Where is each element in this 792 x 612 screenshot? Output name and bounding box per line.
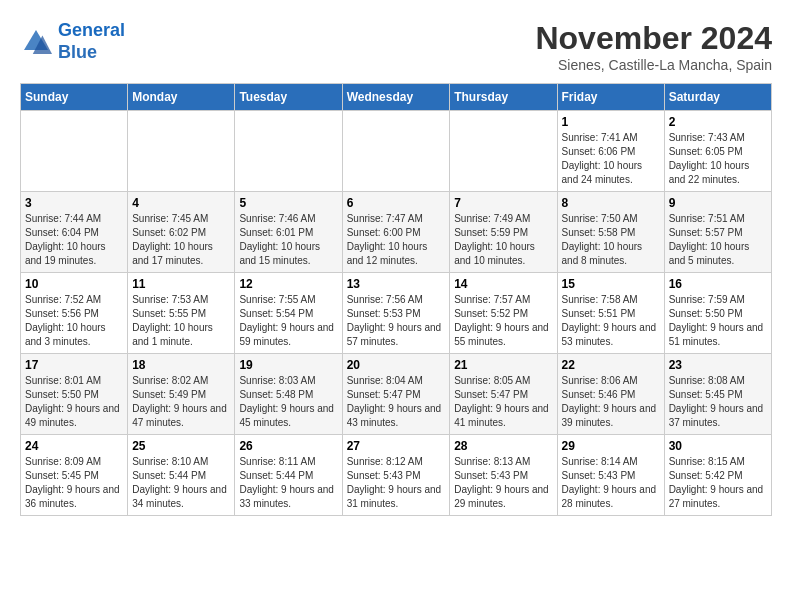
- calendar-cell: [21, 111, 128, 192]
- day-info: Sunrise: 7:50 AM Sunset: 5:58 PM Dayligh…: [562, 212, 660, 268]
- month-title: November 2024: [535, 20, 772, 57]
- day-info: Sunrise: 7:56 AM Sunset: 5:53 PM Dayligh…: [347, 293, 446, 349]
- day-of-week-header: Wednesday: [342, 84, 450, 111]
- day-info: Sunrise: 8:03 AM Sunset: 5:48 PM Dayligh…: [239, 374, 337, 430]
- location: Sienes, Castille-La Mancha, Spain: [535, 57, 772, 73]
- day-info: Sunrise: 7:52 AM Sunset: 5:56 PM Dayligh…: [25, 293, 123, 349]
- day-number: 27: [347, 439, 446, 453]
- day-info: Sunrise: 7:44 AM Sunset: 6:04 PM Dayligh…: [25, 212, 123, 268]
- calendar-cell: 3Sunrise: 7:44 AM Sunset: 6:04 PM Daylig…: [21, 192, 128, 273]
- day-info: Sunrise: 7:51 AM Sunset: 5:57 PM Dayligh…: [669, 212, 767, 268]
- day-of-week-header: Saturday: [664, 84, 771, 111]
- calendar-cell: 26Sunrise: 8:11 AM Sunset: 5:44 PM Dayli…: [235, 435, 342, 516]
- day-number: 3: [25, 196, 123, 210]
- day-number: 25: [132, 439, 230, 453]
- page-header: General Blue November 2024 Sienes, Casti…: [20, 20, 772, 73]
- day-number: 8: [562, 196, 660, 210]
- day-info: Sunrise: 8:15 AM Sunset: 5:42 PM Dayligh…: [669, 455, 767, 511]
- day-info: Sunrise: 7:59 AM Sunset: 5:50 PM Dayligh…: [669, 293, 767, 349]
- day-info: Sunrise: 8:10 AM Sunset: 5:44 PM Dayligh…: [132, 455, 230, 511]
- calendar-cell: 14Sunrise: 7:57 AM Sunset: 5:52 PM Dayli…: [450, 273, 557, 354]
- calendar-week-row: 1Sunrise: 7:41 AM Sunset: 6:06 PM Daylig…: [21, 111, 772, 192]
- day-number: 28: [454, 439, 552, 453]
- calendar-header-row: SundayMondayTuesdayWednesdayThursdayFrid…: [21, 84, 772, 111]
- day-info: Sunrise: 8:13 AM Sunset: 5:43 PM Dayligh…: [454, 455, 552, 511]
- day-number: 29: [562, 439, 660, 453]
- day-info: Sunrise: 8:09 AM Sunset: 5:45 PM Dayligh…: [25, 455, 123, 511]
- calendar-cell: [235, 111, 342, 192]
- day-info: Sunrise: 7:53 AM Sunset: 5:55 PM Dayligh…: [132, 293, 230, 349]
- calendar-cell: 7Sunrise: 7:49 AM Sunset: 5:59 PM Daylig…: [450, 192, 557, 273]
- day-number: 26: [239, 439, 337, 453]
- day-info: Sunrise: 8:02 AM Sunset: 5:49 PM Dayligh…: [132, 374, 230, 430]
- calendar-cell: 2Sunrise: 7:43 AM Sunset: 6:05 PM Daylig…: [664, 111, 771, 192]
- logo: General Blue: [20, 20, 125, 63]
- calendar-cell: 27Sunrise: 8:12 AM Sunset: 5:43 PM Dayli…: [342, 435, 450, 516]
- day-of-week-header: Sunday: [21, 84, 128, 111]
- day-number: 9: [669, 196, 767, 210]
- calendar-cell: [342, 111, 450, 192]
- calendar-cell: 30Sunrise: 8:15 AM Sunset: 5:42 PM Dayli…: [664, 435, 771, 516]
- calendar-week-row: 17Sunrise: 8:01 AM Sunset: 5:50 PM Dayli…: [21, 354, 772, 435]
- calendar-cell: [450, 111, 557, 192]
- day-number: 11: [132, 277, 230, 291]
- day-info: Sunrise: 8:11 AM Sunset: 5:44 PM Dayligh…: [239, 455, 337, 511]
- calendar-table: SundayMondayTuesdayWednesdayThursdayFrid…: [20, 83, 772, 516]
- calendar-cell: 23Sunrise: 8:08 AM Sunset: 5:45 PM Dayli…: [664, 354, 771, 435]
- calendar-cell: 9Sunrise: 7:51 AM Sunset: 5:57 PM Daylig…: [664, 192, 771, 273]
- calendar-cell: 24Sunrise: 8:09 AM Sunset: 5:45 PM Dayli…: [21, 435, 128, 516]
- day-number: 4: [132, 196, 230, 210]
- day-info: Sunrise: 7:46 AM Sunset: 6:01 PM Dayligh…: [239, 212, 337, 268]
- calendar-cell: 29Sunrise: 8:14 AM Sunset: 5:43 PM Dayli…: [557, 435, 664, 516]
- calendar-cell: 12Sunrise: 7:55 AM Sunset: 5:54 PM Dayli…: [235, 273, 342, 354]
- day-number: 7: [454, 196, 552, 210]
- calendar-cell: 4Sunrise: 7:45 AM Sunset: 6:02 PM Daylig…: [128, 192, 235, 273]
- day-number: 30: [669, 439, 767, 453]
- day-number: 15: [562, 277, 660, 291]
- day-number: 21: [454, 358, 552, 372]
- calendar-week-row: 10Sunrise: 7:52 AM Sunset: 5:56 PM Dayli…: [21, 273, 772, 354]
- day-info: Sunrise: 7:49 AM Sunset: 5:59 PM Dayligh…: [454, 212, 552, 268]
- day-of-week-header: Tuesday: [235, 84, 342, 111]
- day-info: Sunrise: 7:58 AM Sunset: 5:51 PM Dayligh…: [562, 293, 660, 349]
- day-number: 12: [239, 277, 337, 291]
- day-info: Sunrise: 7:47 AM Sunset: 6:00 PM Dayligh…: [347, 212, 446, 268]
- calendar-cell: [128, 111, 235, 192]
- day-number: 5: [239, 196, 337, 210]
- day-number: 1: [562, 115, 660, 129]
- calendar-cell: 6Sunrise: 7:47 AM Sunset: 6:00 PM Daylig…: [342, 192, 450, 273]
- calendar-cell: 16Sunrise: 7:59 AM Sunset: 5:50 PM Dayli…: [664, 273, 771, 354]
- calendar-cell: 10Sunrise: 7:52 AM Sunset: 5:56 PM Dayli…: [21, 273, 128, 354]
- day-number: 17: [25, 358, 123, 372]
- day-info: Sunrise: 8:14 AM Sunset: 5:43 PM Dayligh…: [562, 455, 660, 511]
- day-of-week-header: Friday: [557, 84, 664, 111]
- calendar-cell: 20Sunrise: 8:04 AM Sunset: 5:47 PM Dayli…: [342, 354, 450, 435]
- calendar-cell: 15Sunrise: 7:58 AM Sunset: 5:51 PM Dayli…: [557, 273, 664, 354]
- day-info: Sunrise: 7:45 AM Sunset: 6:02 PM Dayligh…: [132, 212, 230, 268]
- calendar-cell: 5Sunrise: 7:46 AM Sunset: 6:01 PM Daylig…: [235, 192, 342, 273]
- calendar-cell: 19Sunrise: 8:03 AM Sunset: 5:48 PM Dayli…: [235, 354, 342, 435]
- day-number: 16: [669, 277, 767, 291]
- day-info: Sunrise: 8:04 AM Sunset: 5:47 PM Dayligh…: [347, 374, 446, 430]
- calendar-cell: 18Sunrise: 8:02 AM Sunset: 5:49 PM Dayli…: [128, 354, 235, 435]
- calendar-cell: 8Sunrise: 7:50 AM Sunset: 5:58 PM Daylig…: [557, 192, 664, 273]
- day-info: Sunrise: 7:41 AM Sunset: 6:06 PM Dayligh…: [562, 131, 660, 187]
- day-of-week-header: Thursday: [450, 84, 557, 111]
- logo-text: General Blue: [58, 20, 125, 63]
- day-number: 18: [132, 358, 230, 372]
- calendar-week-row: 3Sunrise: 7:44 AM Sunset: 6:04 PM Daylig…: [21, 192, 772, 273]
- calendar-cell: 25Sunrise: 8:10 AM Sunset: 5:44 PM Dayli…: [128, 435, 235, 516]
- day-of-week-header: Monday: [128, 84, 235, 111]
- calendar-cell: 28Sunrise: 8:13 AM Sunset: 5:43 PM Dayli…: [450, 435, 557, 516]
- day-info: Sunrise: 7:43 AM Sunset: 6:05 PM Dayligh…: [669, 131, 767, 187]
- day-number: 13: [347, 277, 446, 291]
- day-info: Sunrise: 7:57 AM Sunset: 5:52 PM Dayligh…: [454, 293, 552, 349]
- day-number: 24: [25, 439, 123, 453]
- day-info: Sunrise: 8:08 AM Sunset: 5:45 PM Dayligh…: [669, 374, 767, 430]
- calendar-cell: 1Sunrise: 7:41 AM Sunset: 6:06 PM Daylig…: [557, 111, 664, 192]
- day-info: Sunrise: 8:01 AM Sunset: 5:50 PM Dayligh…: [25, 374, 123, 430]
- day-info: Sunrise: 7:55 AM Sunset: 5:54 PM Dayligh…: [239, 293, 337, 349]
- calendar-cell: 17Sunrise: 8:01 AM Sunset: 5:50 PM Dayli…: [21, 354, 128, 435]
- calendar-week-row: 24Sunrise: 8:09 AM Sunset: 5:45 PM Dayli…: [21, 435, 772, 516]
- day-number: 14: [454, 277, 552, 291]
